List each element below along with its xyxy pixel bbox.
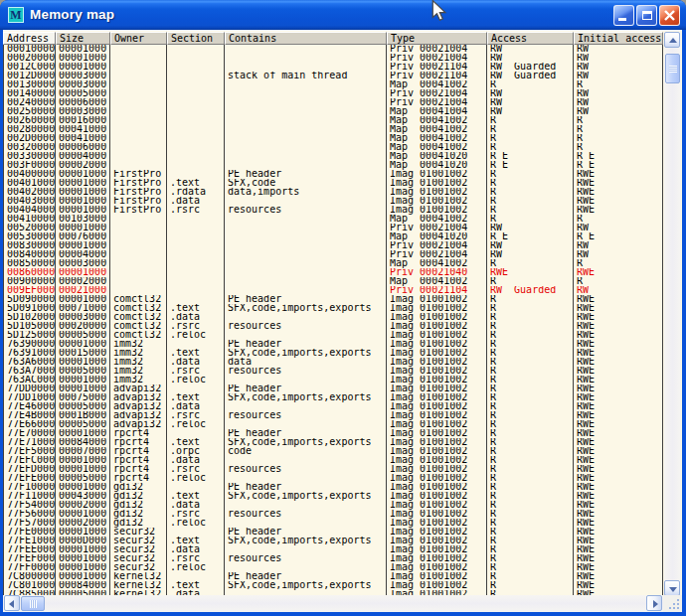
cell-owner: comctl32 xyxy=(110,322,167,331)
table-row[interactable]: 0040000000001000FirstProPE headerImag 01… xyxy=(3,170,663,179)
table-row[interactable]: 77FEE00000001000secur32.dataImag 0100100… xyxy=(3,545,663,554)
table-row[interactable]: 77EF500000007000rpcrt4.orpccodeImag 0100… xyxy=(3,447,663,456)
cell-address: 00900000 xyxy=(3,277,56,286)
minimize-button[interactable] xyxy=(613,5,634,26)
table-row[interactable]: 0028000000041000Map 00041002RR xyxy=(3,125,663,134)
cell-contains xyxy=(225,98,387,107)
table-row[interactable]: 0014000000005000Priv 00021004RWRW xyxy=(3,89,663,98)
table-row[interactable]: 0025000000003000Map 00041004RWRW xyxy=(3,107,663,116)
table-row[interactable]: 0040200000001000FirstPro.rdatadata,impor… xyxy=(3,188,663,197)
titlebar[interactable]: M Memory map xyxy=(0,0,686,30)
table-row[interactable]: 77FE000000001000secur32PE headerImag 010… xyxy=(3,528,663,537)
table-row[interactable]: 763A600000001000imm32.datadataImag 01001… xyxy=(3,358,663,367)
column-header-contains[interactable]: Contains xyxy=(225,32,387,45)
app-icon[interactable]: M xyxy=(8,7,24,23)
table-row[interactable]: 5D10200000003000comctl32.dataImag 010010… xyxy=(3,313,663,322)
table-row[interactable]: 0013000000003000Map 00041002RR xyxy=(3,80,663,89)
scroll-left-button[interactable] xyxy=(4,595,20,611)
column-header-size[interactable]: Size xyxy=(56,32,110,45)
table-row[interactable]: 0012D00000003000stack of main threadPriv… xyxy=(3,72,663,80)
table-row[interactable]: 5D10500000020000comctl32.rsrcresourcesIm… xyxy=(3,322,663,331)
cell-initial-access: RW xyxy=(574,107,663,116)
table-row[interactable]: 77F5700000002000gdi32.relocImag 01001002… xyxy=(3,519,663,528)
table-row[interactable]: 5D12500000005000comctl32.relocImag 01001… xyxy=(3,331,663,340)
maximize-button[interactable] xyxy=(636,5,657,26)
table-row[interactable]: 77EFE00000005000rpcrt4.relocImag 0100100… xyxy=(3,474,663,483)
table-row[interactable]: 009EF00000021000Priv 00021104RW GuardedR… xyxy=(3,286,663,295)
table-row[interactable]: 7C80100000084000kernel32.textSFX,code,im… xyxy=(3,581,663,590)
cell-section: .text xyxy=(167,492,225,501)
table-row[interactable]: 0083000000001000Priv 00021004RWRW xyxy=(3,241,663,250)
table-row[interactable]: 5D09000000001000comctl32PE headerImag 01… xyxy=(3,295,663,304)
vertical-scrollbar[interactable] xyxy=(664,32,681,596)
table-row[interactable]: 77E4B0000001B000advapi32.rsrcresourcesIm… xyxy=(3,411,663,420)
table-row[interactable]: 77F5600000001000gdi32.rsrcresourcesImag … xyxy=(3,510,663,519)
table-row[interactable]: 77E4600000005000advapi32.dataImag 010010… xyxy=(3,402,663,411)
cell-address: 00010000 xyxy=(3,45,56,54)
cell-type: Imag 01001002 xyxy=(387,358,487,367)
table-row[interactable]: 77F1100000043000gdi32.textSFX,code,impor… xyxy=(3,492,663,501)
table-row[interactable]: 0012C00000001000Priv 00021104RW GuardedR… xyxy=(3,63,663,72)
table-row[interactable]: 77E7100000084000rpcrt4.textSFX,code,impo… xyxy=(3,438,663,447)
scroll-down-button[interactable] xyxy=(664,580,680,596)
column-header-type[interactable]: Type xyxy=(387,32,487,45)
table-row[interactable]: 77F1000000001000gdi32PE headerImag 01001… xyxy=(3,483,663,492)
cell-owner: secur32 xyxy=(110,563,167,572)
table-row[interactable]: 003F000000002000Map 00041020R ER E xyxy=(3,161,663,170)
table-row[interactable]: 763A700000005000imm32.rsrcresourcesImag … xyxy=(3,367,663,376)
cell-access: R xyxy=(487,331,574,340)
cell-size: 00006000 xyxy=(56,143,110,152)
table-row[interactable]: 0024000000006000Priv 00021004RWRW xyxy=(3,98,663,107)
table-row[interactable]: 0026000000016000Map 00041002RR xyxy=(3,116,663,125)
table-row[interactable]: 0032000000006000Map 00041002RR xyxy=(3,143,663,152)
cell-initial-access: RWE xyxy=(574,572,663,581)
table-row[interactable]: 77DD100000075000advapi32.textSFX,code,im… xyxy=(3,393,663,402)
table-row[interactable]: 77E7000000001000rpcrt4PE headerImag 0100… xyxy=(3,429,663,438)
table-row[interactable]: 77E6600000005000advapi32.relocImag 01001… xyxy=(3,420,663,429)
column-header-access[interactable]: Access xyxy=(487,32,574,45)
resize-grip[interactable] xyxy=(663,595,682,612)
column-header-section[interactable]: Section xyxy=(167,32,225,45)
table-row[interactable]: 0052000000001000Priv 00021004RWRW xyxy=(3,224,663,232)
table-row[interactable]: 7639000000001000imm32PE headerImag 01001… xyxy=(3,340,663,349)
table-row[interactable]: 77EFC00000001000rpcrt4.dataImag 01001002… xyxy=(3,456,663,465)
table-row[interactable]: 0040100000001000FirstPro.textSFX,codeIma… xyxy=(3,179,663,188)
table-row[interactable]: 7639100000015000imm32.textSFX,code,impor… xyxy=(3,349,663,358)
table-row[interactable]: 0040400000001000FirstPro.rsrcresourcesIm… xyxy=(3,206,663,215)
close-button[interactable] xyxy=(659,5,680,26)
table-row[interactable]: 0085000000003000Map 00041002RR xyxy=(3,259,663,268)
vertical-scroll-thumb[interactable] xyxy=(665,54,680,83)
table-row[interactable]: 0053000000076000Map 00041020R ER E xyxy=(3,232,663,241)
column-header-initial-access[interactable]: Initial access xyxy=(574,32,663,45)
table-row[interactable]: 77FEF00000001000secur32.rsrcresourcesIma… xyxy=(3,554,663,563)
column-header-address[interactable]: Address xyxy=(3,32,56,45)
table-row[interactable]: 0090000000002000Map 00041002RR xyxy=(3,277,663,286)
cell-type: Priv 00021104 xyxy=(387,63,487,72)
table-row[interactable]: 0041000000103000Map 00041002RR xyxy=(3,215,663,224)
table-row[interactable]: 77EFD00000001000rpcrt4.rsrcresourcesImag… xyxy=(3,465,663,474)
table-row[interactable]: 7C80000000001000kernel32PE headerImag 01… xyxy=(3,572,663,581)
cell-size: 00005000 xyxy=(56,89,110,98)
table-row[interactable]: 77FF000000001000secur32.relocImag 010010… xyxy=(3,563,663,572)
table-row[interactable]: 763AC00000001000imm32.relocImag 01001002… xyxy=(3,376,663,385)
table-row[interactable]: 5D09100000071000comctl32.textSFX,code,im… xyxy=(3,304,663,313)
table-row[interactable]: 77DD000000001000advapi32PE headerImag 01… xyxy=(3,385,663,393)
cell-access: R xyxy=(487,170,574,179)
scroll-up-button[interactable] xyxy=(664,32,680,48)
cell-section xyxy=(167,340,225,349)
table-row[interactable]: 0084000000004000Priv 00021004RWRW xyxy=(3,250,663,259)
table-row[interactable]: 77FE10000000D000secur32.textSFX,code,imp… xyxy=(3,537,663,545)
column-header-owner[interactable]: Owner xyxy=(110,32,167,45)
table-row[interactable]: 0040300000001000FirstPro.dataImag 010010… xyxy=(3,197,663,206)
table-row[interactable]: 0001000000001000Priv 00021004RWRW xyxy=(3,45,663,54)
horizontal-scrollbar[interactable] xyxy=(3,595,663,612)
cell-size: 00015000 xyxy=(56,349,110,358)
table-row[interactable]: 0033000000004000Map 00041020R ER E xyxy=(3,152,663,161)
scroll-right-button[interactable] xyxy=(646,595,662,611)
table-row[interactable]: 0002000000001000Priv 00021004RWRW xyxy=(3,54,663,63)
cell-address: 009EF000 xyxy=(3,286,56,295)
table-row[interactable]: 002D000000041000Map 00041002RR xyxy=(3,134,663,143)
horizontal-scroll-thumb[interactable] xyxy=(21,596,45,611)
table-row[interactable]: 0086000000001000Priv 00021040RWERWE xyxy=(3,268,663,277)
table-row[interactable]: 77F5400000002000gdi32.dataImag 01001002R… xyxy=(3,501,663,510)
